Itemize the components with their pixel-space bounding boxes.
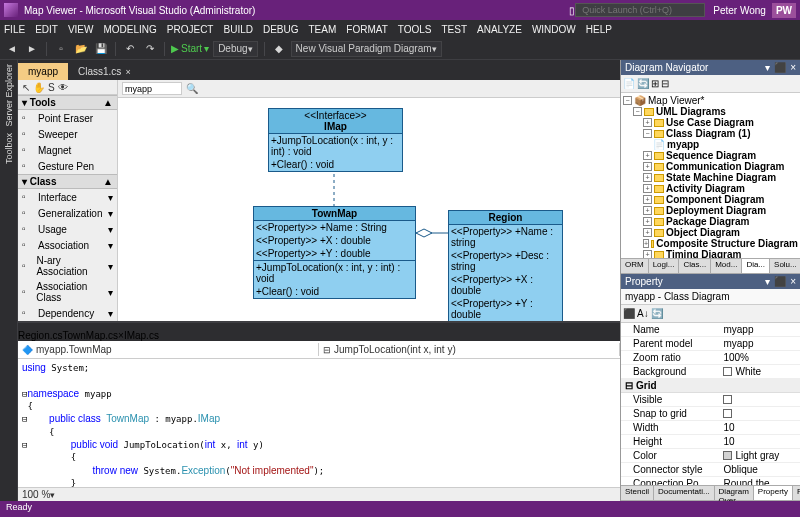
grid-category[interactable]: ⊟ Grid <box>621 379 800 393</box>
tree-item[interactable]: + Use Case Diagram <box>623 117 798 128</box>
new-icon[interactable]: 📄 <box>623 78 635 89</box>
menu-analyze[interactable]: ANALYZE <box>477 24 522 35</box>
prop-tab[interactable]: Property <box>754 486 793 500</box>
open-icon[interactable]: 📂 <box>73 41 89 57</box>
property-row[interactable]: Snap to grid <box>621 407 800 421</box>
zoom-level[interactable]: 100 % <box>22 489 50 500</box>
menu-modeling[interactable]: MODELING <box>103 24 156 35</box>
menu-view[interactable]: VIEW <box>68 24 94 35</box>
cursor-icon[interactable]: ↖ <box>22 82 30 93</box>
tree-item[interactable]: + Component Diagram <box>623 194 798 205</box>
nav-tab[interactable]: ORM <box>621 259 649 273</box>
undo-icon[interactable]: ↶ <box>122 41 138 57</box>
diagram-canvas[interactable]: <<Interface>>IMap +JumpToLocation(x : in… <box>118 98 620 321</box>
tree-item[interactable]: + Deployment Diagram <box>623 205 798 216</box>
tree-item[interactable]: + Object Diagram <box>623 227 798 238</box>
menu-project[interactable]: PROJECT <box>167 24 214 35</box>
tool-item[interactable]: ▫Sweeper <box>18 126 117 142</box>
property-row[interactable]: Background White <box>621 365 800 379</box>
tab-myapp[interactable]: myapp <box>18 63 68 80</box>
vp-icon[interactable]: ◆ <box>271 41 287 57</box>
close-icon[interactable]: × <box>790 62 796 73</box>
menu-file[interactable]: FILE <box>4 24 25 35</box>
menu-team[interactable]: TEAM <box>309 24 337 35</box>
property-row[interactable]: Connection Po...Round the Shape <box>621 477 800 485</box>
diagram-name-input[interactable] <box>122 82 182 95</box>
user-name[interactable]: Peter Wong <box>713 5 766 16</box>
member-selector[interactable]: ⊟ JumpToLocation(int x, int y) <box>319 343 620 356</box>
tree-item[interactable]: + State Machine Diagram <box>623 172 798 183</box>
tree-item[interactable]: + Timing Diagram <box>623 249 798 258</box>
class-tool-item[interactable]: ▫Association Class ▾ <box>18 279 117 305</box>
property-row[interactable]: Visible <box>621 393 800 407</box>
dropdown-icon[interactable]: ▾ <box>765 276 770 287</box>
class-tool-item[interactable]: ▫Dependency ▾ <box>18 305 117 321</box>
user-badge[interactable]: PW <box>772 3 796 18</box>
pin-icon[interactable]: ⬛ <box>774 62 786 73</box>
menu-test[interactable]: TEST <box>441 24 467 35</box>
close-icon[interactable]: × <box>125 67 130 77</box>
nav-back-icon[interactable]: ◄ <box>4 41 20 57</box>
toolbox-tab[interactable]: Toolbox <box>4 133 14 164</box>
class-imap[interactable]: <<Interface>>IMap +JumpToLocation(x : in… <box>268 108 403 172</box>
eye-icon[interactable]: 👁 <box>58 82 68 93</box>
property-row[interactable]: Parent modelmyapp <box>621 337 800 351</box>
tree-item[interactable]: + Composite Structure Diagram <box>623 238 798 249</box>
tool-item[interactable]: ▫Point Eraser <box>18 110 117 126</box>
tree-item[interactable]: + Sequence Diagram <box>623 150 798 161</box>
tool-item[interactable]: ▫Gesture Pen <box>18 158 117 174</box>
class-tool-item[interactable]: ▫N-ary Association ▾ <box>18 253 117 279</box>
save-icon[interactable]: 💾 <box>93 41 109 57</box>
class-tool-item[interactable]: ▫Usage ▾ <box>18 221 117 237</box>
quick-launch-input[interactable] <box>575 3 705 17</box>
class-tool-item[interactable]: ▫Interface ▾ <box>18 189 117 205</box>
s-icon[interactable]: S <box>48 82 55 93</box>
prop-tab[interactable]: Documentati... <box>654 486 715 500</box>
property-object[interactable]: myapp - Class Diagram <box>621 289 800 305</box>
nav-tab[interactable]: Clas... <box>679 259 711 273</box>
server-explorer-tab[interactable]: Server Explorer <box>4 64 14 127</box>
prop-tab[interactable]: Properties <box>793 486 800 500</box>
property-row[interactable]: Namemyapp <box>621 323 800 337</box>
expand-icon[interactable]: ⊞ <box>651 78 659 89</box>
tools-header[interactable]: ▾ Tools▲ <box>18 95 117 110</box>
class-tool-item[interactable]: ▫Association ▾ <box>18 237 117 253</box>
tab-class1[interactable]: Class1.cs× <box>68 63 141 80</box>
tree-item[interactable]: + Package Diagram <box>623 216 798 227</box>
start-button[interactable]: ▶ Start ▾ <box>171 43 209 54</box>
nav-tab[interactable]: Dia... <box>742 259 770 273</box>
tree-item[interactable]: − Class Diagram (1) <box>623 128 798 139</box>
tab-region-cs[interactable]: Region.cs <box>18 330 62 341</box>
collapse-icon[interactable]: ⊟ <box>661 78 669 89</box>
nav-tab[interactable]: Solu... <box>770 259 800 273</box>
class-townmap[interactable]: TownMap <<Property>> +Name : String <<Pr… <box>253 206 416 299</box>
tree-item[interactable]: 📄 myapp <box>623 139 798 150</box>
code-editor[interactable]: using System; ⊟namespace myapp { ⊟ publi… <box>18 359 620 487</box>
property-row[interactable]: Zoom ratio100% <box>621 351 800 365</box>
hand-icon[interactable]: ✋ <box>33 82 45 93</box>
az-icon[interactable]: A↓ <box>637 308 649 319</box>
config-combo[interactable]: Debug ▾ <box>213 41 257 57</box>
property-row[interactable]: Color Light gray <box>621 449 800 463</box>
tree-item[interactable]: + Activity Diagram <box>623 183 798 194</box>
tool-item[interactable]: ▫Magnet <box>18 142 117 158</box>
search-icon[interactable]: 🔍 <box>186 83 198 94</box>
pin-icon[interactable]: ⬛ <box>774 276 786 287</box>
tab-townmap-cs[interactable]: TownMap.cs× <box>62 330 123 341</box>
prop-tab[interactable]: Stencil <box>621 486 654 500</box>
refresh-icon[interactable]: 🔄 <box>637 78 649 89</box>
menu-format[interactable]: FORMAT <box>346 24 387 35</box>
prop-tab[interactable]: Diagram Over... <box>715 486 754 500</box>
menu-edit[interactable]: EDIT <box>35 24 58 35</box>
class-tool-item[interactable]: ▫Generalization ▾ <box>18 205 117 221</box>
nav-tab[interactable]: Mod... <box>711 259 742 273</box>
menu-window[interactable]: WINDOW <box>532 24 576 35</box>
class-region[interactable]: Region <<Property>> +Name : string <<Pro… <box>448 210 563 321</box>
new-icon[interactable]: ▫ <box>53 41 69 57</box>
close-icon[interactable]: × <box>790 276 796 287</box>
menu-tools[interactable]: TOOLS <box>398 24 432 35</box>
property-row[interactable]: Width10 <box>621 421 800 435</box>
property-row[interactable]: Connector styleOblique <box>621 463 800 477</box>
type-selector[interactable]: 🔷 myapp.TownMap <box>18 343 319 356</box>
menu-debug[interactable]: DEBUG <box>263 24 299 35</box>
